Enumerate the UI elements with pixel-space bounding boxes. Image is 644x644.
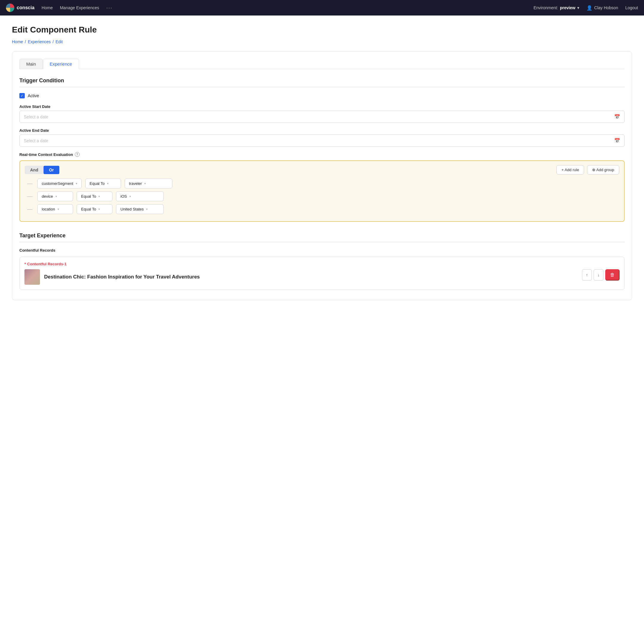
tab-main[interactable]: Main: [19, 59, 43, 69]
rule-value-chevron-1: ▾: [129, 195, 131, 198]
end-date-input[interactable]: Select a date 📅: [19, 134, 625, 147]
record-down-button[interactable]: ↓: [594, 269, 603, 281]
brand-name: conscia: [17, 5, 35, 10]
tab-experience[interactable]: Experience: [43, 59, 79, 69]
record-content: Destination Chic: Fashion Inspiration fo…: [24, 269, 620, 285]
navbar: conscia Home Manage Experiences ··· Envi…: [0, 0, 644, 16]
start-date-placeholder: Select a date: [24, 114, 48, 119]
end-date-field: Active End Date Select a date 📅: [19, 128, 625, 147]
rule-operator-label-1: Equal To: [81, 194, 96, 199]
rule-operator-label-0: Equal To: [90, 181, 105, 186]
record-name: Destination Chic: Fashion Inspiration fo…: [44, 274, 200, 280]
add-group-button[interactable]: ⊕ Add group: [587, 165, 619, 174]
record-actions: ↑ ↓ 🗑: [582, 269, 620, 281]
record-delete-button[interactable]: 🗑: [605, 269, 620, 281]
rule-value-label-2: United States: [120, 207, 144, 211]
rule-operator-2[interactable]: Equal To ▾: [77, 204, 112, 214]
env-chevron-icon: ▾: [577, 5, 579, 10]
start-date-field: Active Start Date Select a date 📅: [19, 104, 625, 123]
breadcrumb: Home / Experiences / Edit: [12, 39, 632, 44]
rule-operator-chevron-0: ▾: [107, 182, 109, 185]
rule-field-1[interactable]: device ▾: [37, 191, 73, 201]
rule-field-label-2: location: [42, 207, 55, 211]
add-rule-button[interactable]: + Add rule: [556, 165, 584, 174]
start-date-calendar-icon: 📅: [614, 114, 620, 120]
nav-home[interactable]: Home: [42, 5, 53, 10]
rule-dash-0: —: [27, 180, 32, 187]
rule-operator-1[interactable]: Equal To ▾: [77, 191, 112, 201]
page-title: Edit Component Rule: [12, 25, 632, 35]
rule-value-label-1: iOS: [120, 194, 127, 199]
record-id: Contentful Records-1: [27, 262, 66, 266]
rule-dash-2: —: [27, 206, 32, 212]
brand: conscia: [6, 4, 35, 12]
user-name: Clay Hobson: [594, 5, 618, 10]
record-required-star: *: [24, 262, 26, 266]
rule-value-0[interactable]: traveler ▾: [125, 179, 172, 188]
environment-selector[interactable]: Environment: preview ▾: [533, 5, 579, 10]
start-date-label: Active Start Date: [19, 104, 625, 109]
trigger-section: Trigger Condition ✓ Active Active Start …: [19, 78, 625, 222]
rule-row-1: — device ▾ Equal To ▾ iOS ▾: [25, 191, 619, 201]
end-date-placeholder: Select a date: [24, 138, 48, 143]
breadcrumb-home[interactable]: Home: [12, 39, 23, 44]
breadcrumb-sep-2: /: [52, 39, 54, 44]
trigger-section-title: Trigger Condition: [19, 78, 625, 87]
rule-value-1[interactable]: iOS ▾: [116, 191, 164, 201]
record-title: * Contentful Records-1: [24, 262, 620, 266]
rule-row-2: — location ▾ Equal To ▾ United States ▾: [25, 204, 619, 214]
active-checkbox[interactable]: ✓: [19, 93, 25, 98]
rule-operator-chevron-2: ▾: [98, 208, 100, 211]
breadcrumb-edit: Edit: [55, 39, 63, 44]
toggle-and-button[interactable]: And: [25, 166, 44, 174]
eval-label-text: Real-time Context Evaluation: [19, 152, 73, 157]
rule-value-chevron-0: ▾: [144, 182, 146, 185]
toggle-or-button[interactable]: Or: [44, 166, 59, 174]
nav-more[interactable]: ···: [106, 5, 112, 11]
rule-field-chevron-0: ▾: [76, 182, 77, 185]
rule-group: And Or + Add rule ⊕ Add group — customer…: [19, 160, 625, 222]
rule-field-chevron-2: ▾: [58, 208, 59, 211]
rule-operator-chevron-1: ▾: [98, 195, 100, 198]
nav-manage[interactable]: Manage Experiences: [60, 5, 99, 10]
record-up-button[interactable]: ↑: [582, 269, 592, 281]
page-content: Edit Component Rule Home / Experiences /…: [0, 16, 644, 644]
record-thumbnail: [24, 269, 40, 285]
main-card: Main Experience Trigger Condition ✓ Acti…: [12, 51, 632, 300]
breadcrumb-experiences[interactable]: Experiences: [28, 39, 51, 44]
contentful-label: Contentful Records: [19, 248, 625, 253]
rule-field-label-1: device: [42, 194, 53, 199]
rule-value-chevron-2: ▾: [146, 208, 148, 211]
breadcrumb-sep-1: /: [25, 39, 26, 44]
user-menu[interactable]: 👤 Clay Hobson: [586, 5, 618, 11]
end-date-calendar-icon: 📅: [614, 138, 620, 143]
target-section-title: Target Experience: [19, 233, 625, 242]
rule-dash-1: —: [27, 193, 32, 199]
rule-actions: + Add rule ⊕ Add group: [556, 165, 619, 174]
rule-value-2[interactable]: United States ▾: [116, 204, 164, 214]
eval-label-row: Real-time Context Evaluation ?: [19, 152, 625, 157]
end-date-label: Active End Date: [19, 128, 625, 133]
rule-field-2[interactable]: location ▾: [37, 204, 73, 214]
eval-help-icon[interactable]: ?: [75, 152, 80, 157]
and-or-toggle: And Or: [25, 166, 59, 174]
thumb-img: [24, 269, 40, 285]
rule-field-0[interactable]: customerSegment ▾: [37, 179, 82, 188]
tabs: Main Experience: [19, 59, 625, 69]
start-date-input[interactable]: Select a date 📅: [19, 111, 625, 123]
rule-value-label-0: traveler: [129, 181, 142, 186]
rule-group-header: And Or + Add rule ⊕ Add group: [25, 165, 619, 174]
rule-field-chevron-1: ▾: [55, 195, 57, 198]
contentful-record-block: * Contentful Records-1 Destination Chic:…: [19, 257, 625, 290]
rule-operator-0[interactable]: Equal To ▾: [85, 179, 121, 188]
env-label: Environment:: [533, 5, 558, 10]
check-icon: ✓: [21, 94, 24, 98]
rule-field-label-0: customerSegment: [42, 181, 73, 186]
logout-button[interactable]: Logout: [625, 5, 638, 10]
brand-logo: [6, 4, 14, 12]
env-value: preview: [560, 5, 575, 10]
rule-row-0: — customerSegment ▾ Equal To ▾ traveler …: [25, 179, 619, 188]
rule-operator-label-2: Equal To: [81, 207, 96, 211]
active-label: Active: [28, 93, 39, 98]
active-checkbox-row: ✓ Active: [19, 93, 625, 98]
